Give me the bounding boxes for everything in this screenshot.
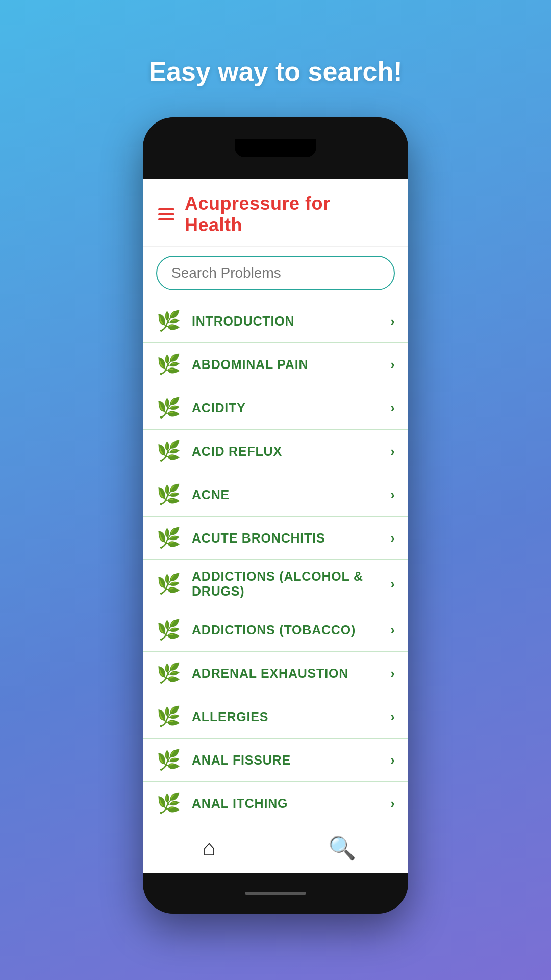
item-label: ADDICTIONS (TOBACCO) — [192, 623, 390, 638]
list-item[interactable]: 🌿ANAL FISSURE› — [143, 739, 408, 782]
home-nav-button[interactable]: ⌂ — [189, 827, 230, 868]
leaf-icon: 🌿 — [156, 482, 181, 507]
item-label: ADDICTIONS (ALCOHOL & DRUGS) — [192, 569, 390, 599]
leaf-icon: 🌿 — [156, 661, 181, 685]
search-nav-button[interactable]: 🔍 — [321, 827, 362, 868]
item-label: ABDOMINAL PAIN — [192, 357, 390, 372]
leaf-icon: 🌿 — [156, 396, 181, 420]
leaf-icon: 🌿 — [156, 309, 181, 333]
leaf-icon: 🌿 — [156, 526, 181, 550]
chevron-right-icon: › — [390, 400, 395, 416]
chevron-right-icon: › — [390, 666, 395, 681]
list-item[interactable]: 🌿ABDOMINAL PAIN› — [143, 343, 408, 386]
search-container — [143, 247, 408, 300]
list-item[interactable]: 🌿ACUTE BRONCHITIS› — [143, 517, 408, 560]
leaf-icon: 🌿 — [156, 791, 181, 816]
app-header: Acupressure for Health — [143, 179, 408, 247]
bottom-nav: ⌂ 🔍 — [143, 822, 408, 873]
home-indicator — [245, 892, 306, 895]
leaf-icon: 🌿 — [156, 748, 181, 772]
leaf-icon: 🌿 — [156, 572, 181, 596]
list-item[interactable]: 🌿ADDICTIONS (ALCOHOL & DRUGS)› — [143, 560, 408, 608]
search-input[interactable] — [156, 256, 395, 290]
chevron-right-icon: › — [390, 357, 395, 373]
problems-list: 🌿INTRODUCTION›🌿ABDOMINAL PAIN›🌿ACIDITY›🌿… — [143, 300, 408, 822]
chevron-right-icon: › — [390, 576, 395, 592]
leaf-icon: 🌿 — [156, 352, 181, 377]
search-icon: 🔍 — [328, 835, 356, 861]
leaf-icon: 🌿 — [156, 618, 181, 642]
list-item[interactable]: 🌿ANAL ITCHING› — [143, 782, 408, 822]
chevron-right-icon: › — [390, 313, 395, 329]
notch — [235, 139, 316, 157]
phone-screen: Acupressure for Health 🌿INTRODUCTION›🌿AB… — [143, 179, 408, 873]
chevron-right-icon: › — [390, 622, 395, 638]
leaf-icon: 🌿 — [156, 704, 181, 729]
list-item[interactable]: 🌿ACID REFLUX› — [143, 430, 408, 473]
item-label: ACUTE BRONCHITIS — [192, 531, 390, 546]
item-label: ACIDITY — [192, 401, 390, 415]
chevron-right-icon: › — [390, 796, 395, 812]
phone-top-bar — [143, 117, 408, 179]
item-label: ALLERGIES — [192, 709, 390, 724]
phone-shell: Acupressure for Health 🌿INTRODUCTION›🌿AB… — [143, 117, 408, 914]
item-label: ACID REFLUX — [192, 444, 390, 459]
item-label: INTRODUCTION — [192, 314, 390, 329]
chevron-right-icon: › — [390, 709, 395, 725]
item-label: ANAL FISSURE — [192, 753, 390, 768]
list-item[interactable]: 🌿ALLERGIES› — [143, 695, 408, 739]
list-item[interactable]: 🌿ACNE› — [143, 473, 408, 517]
home-icon: ⌂ — [203, 835, 216, 861]
chevron-right-icon: › — [390, 487, 395, 503]
chevron-right-icon: › — [390, 444, 395, 459]
item-label: ADRENAL EXHAUSTION — [192, 666, 390, 681]
item-label: ACNE — [192, 487, 390, 502]
item-label: ANAL ITCHING — [192, 796, 390, 811]
leaf-icon: 🌿 — [156, 439, 181, 463]
hamburger-menu-icon[interactable] — [158, 208, 174, 220]
chevron-right-icon: › — [390, 752, 395, 768]
list-item[interactable]: 🌿ADDICTIONS (TOBACCO)› — [143, 608, 408, 652]
list-item[interactable]: 🌿ADRENAL EXHAUSTION› — [143, 652, 408, 695]
phone-bottom-bar — [143, 873, 408, 914]
list-item[interactable]: 🌿INTRODUCTION› — [143, 300, 408, 343]
app-title: Acupressure for Health — [185, 193, 393, 236]
list-item[interactable]: 🌿ACIDITY› — [143, 386, 408, 430]
chevron-right-icon: › — [390, 530, 395, 546]
tagline: Easy way to search! — [148, 56, 402, 87]
